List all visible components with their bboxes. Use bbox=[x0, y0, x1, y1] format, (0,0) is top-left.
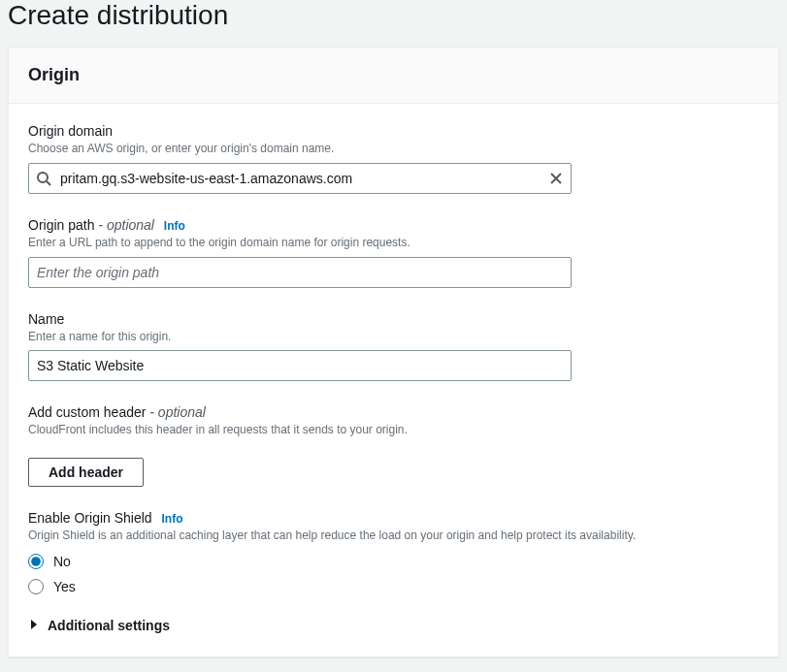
origin-path-input-wrap bbox=[28, 257, 572, 288]
custom-header-desc: CloudFront includes this header in all r… bbox=[28, 422, 759, 438]
name-label: Name bbox=[28, 311, 64, 327]
origin-shield-label: Enable Origin Shield bbox=[28, 510, 152, 526]
origin-path-label: Origin path bbox=[28, 217, 94, 233]
origin-shield-desc: Origin Shield is an additional caching l… bbox=[28, 528, 759, 544]
origin-domain-desc: Choose an AWS origin, or enter your orig… bbox=[28, 141, 759, 157]
origin-shield-info-link[interactable]: Info bbox=[162, 512, 183, 526]
origin-path-desc: Enter a URL path to append to the origin… bbox=[28, 235, 759, 251]
name-input[interactable] bbox=[28, 350, 572, 381]
origin-domain-group: Origin domain Choose an AWS origin, or e… bbox=[28, 123, 759, 194]
caret-right-icon bbox=[28, 618, 48, 633]
name-desc: Enter a name for this origin. bbox=[28, 329, 759, 345]
origin-panel: Origin Origin domain Choose an AWS origi… bbox=[8, 47, 779, 657]
additional-settings-expander[interactable]: Additional settings bbox=[28, 618, 759, 633]
additional-settings-label: Additional settings bbox=[48, 618, 170, 633]
origin-shield-no-label: No bbox=[53, 554, 71, 569]
origin-path-info-link[interactable]: Info bbox=[164, 219, 185, 233]
origin-shield-option-yes[interactable]: Yes bbox=[28, 579, 759, 594]
custom-header-group: Add custom header - optional CloudFront … bbox=[28, 404, 759, 487]
search-icon bbox=[36, 171, 51, 186]
origin-path-group: Origin path - optional Info Enter a URL … bbox=[28, 217, 759, 288]
panel-body: Origin domain Choose an AWS origin, or e… bbox=[9, 104, 778, 656]
svg-point-0 bbox=[38, 173, 48, 182]
origin-domain-label: Origin domain bbox=[28, 123, 113, 139]
origin-path-optional: - optional bbox=[94, 217, 153, 233]
svg-line-1 bbox=[47, 181, 50, 185]
add-header-button[interactable]: Add header bbox=[28, 458, 144, 487]
page-title: Create distribution bbox=[0, 0, 787, 47]
origin-path-input[interactable] bbox=[28, 257, 572, 288]
origin-domain-input-wrap bbox=[28, 163, 572, 194]
panel-title: Origin bbox=[28, 65, 759, 85]
origin-shield-group: Enable Origin Shield Info Origin Shield … bbox=[28, 510, 759, 594]
origin-domain-input[interactable] bbox=[28, 163, 572, 194]
origin-shield-option-no[interactable]: No bbox=[28, 554, 759, 569]
panel-header: Origin bbox=[9, 48, 778, 104]
name-input-wrap bbox=[28, 350, 572, 381]
origin-shield-radio-yes[interactable] bbox=[28, 579, 44, 594]
clear-icon[interactable] bbox=[548, 171, 564, 186]
origin-shield-radio-group: No Yes bbox=[28, 554, 759, 594]
name-group: Name Enter a name for this origin. bbox=[28, 311, 759, 382]
origin-shield-yes-label: Yes bbox=[53, 579, 76, 594]
custom-header-label: Add custom header bbox=[28, 404, 146, 420]
svg-marker-4 bbox=[31, 620, 37, 629]
origin-shield-radio-no[interactable] bbox=[28, 554, 44, 569]
custom-header-optional: - optional bbox=[146, 404, 205, 420]
